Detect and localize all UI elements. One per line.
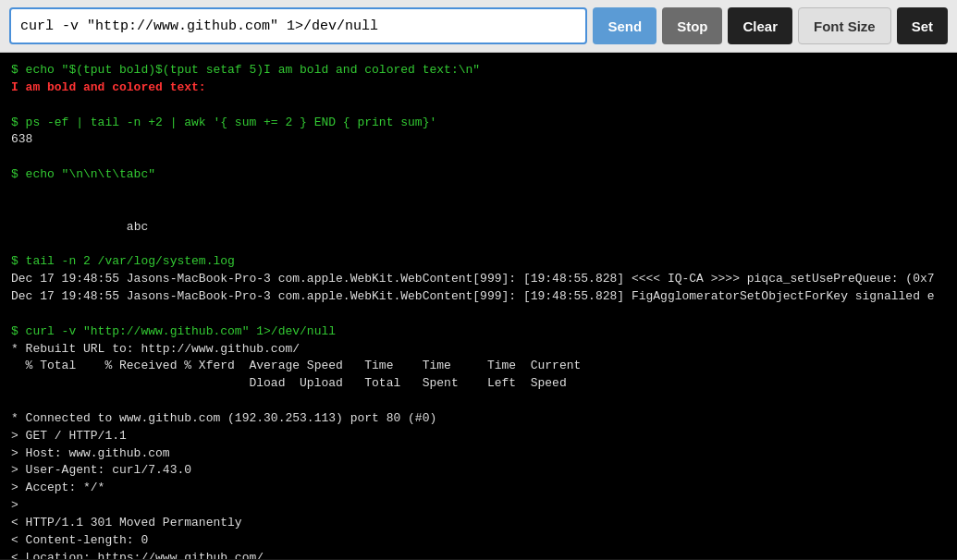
clear-button[interactable]: Clear <box>728 7 792 44</box>
send-button[interactable]: Send <box>593 7 656 44</box>
terminal: $ echo "$(tput bold)$(tput setaf 5)I am … <box>0 53 957 559</box>
stop-button[interactable]: Stop <box>662 7 722 44</box>
toolbar: Send Stop Clear Font Size Set <box>0 0 957 53</box>
set-button[interactable]: Set <box>897 7 948 44</box>
font-size-button[interactable]: Font Size <box>798 7 891 44</box>
command-input[interactable] <box>9 7 587 44</box>
